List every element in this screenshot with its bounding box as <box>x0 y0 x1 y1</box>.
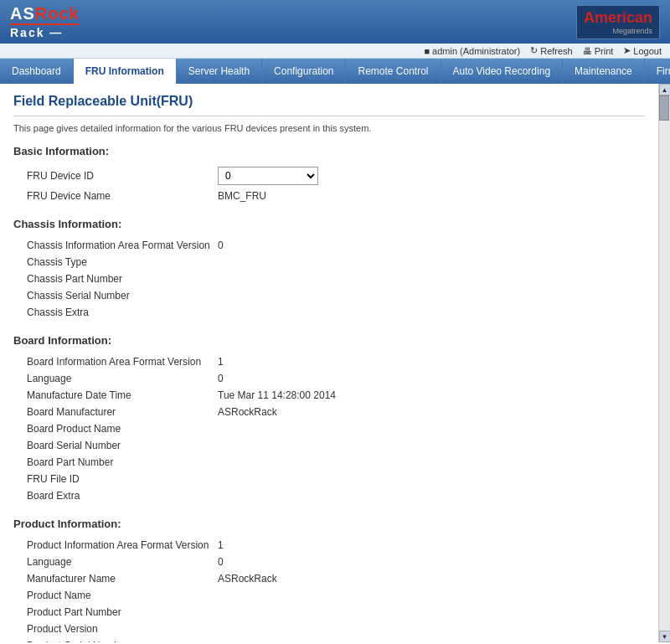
chassis-info-section: Chassis Information: Chassis Information… <box>13 218 645 321</box>
table-row: Board Product Name <box>13 420 645 437</box>
product-info-section: Product Information: Product Information… <box>13 518 645 642</box>
chassis-format-version-label: Chassis Information Area Format Version <box>13 237 214 254</box>
table-row: Chassis Type <box>13 254 645 270</box>
username: admin <box>432 46 457 56</box>
page-title: Field Replaceable Unit(FRU) <box>13 94 645 116</box>
product-language-label: Language <box>13 554 214 570</box>
chassis-info-title: Chassis Information: <box>13 218 645 230</box>
print-icon: 🖶 <box>583 46 592 56</box>
chassis-type-value <box>214 254 645 270</box>
table-row: Product Part Number <box>13 604 645 621</box>
refresh-button[interactable]: ↻ Refresh <box>530 45 573 56</box>
table-row: Product Information Area Format Version … <box>13 537 645 554</box>
chassis-type-label: Chassis Type <box>13 254 214 270</box>
refresh-icon: ↻ <box>530 45 538 56</box>
nav-remote-control[interactable]: Remote Control <box>346 59 441 84</box>
scrollbar[interactable]: ▲ ▼ <box>658 84 670 642</box>
nav-configuration[interactable]: Configuration <box>262 59 346 84</box>
product-language-value: 0 <box>214 554 645 570</box>
page-description: This page gives detailed information for… <box>13 123 645 133</box>
scroll-up-arrow[interactable]: ▲ <box>659 84 671 95</box>
nav-auto-video-recording[interactable]: Auto Video Recording <box>441 59 564 84</box>
table-row: Board Part Number <box>13 454 645 471</box>
logout-icon: ➤ <box>623 45 631 56</box>
table-row: Chassis Part Number <box>13 270 645 287</box>
print-button[interactable]: 🖶 Print <box>583 46 614 56</box>
logout-button[interactable]: ➤ Logout <box>623 45 662 56</box>
table-row: Board Extra <box>13 487 645 504</box>
board-format-version-value: 1 <box>214 353 645 370</box>
table-row: Product Version <box>13 621 645 637</box>
board-manufacturer-label: Board Manufacturer <box>13 404 214 420</box>
topbar: ■ admin (Administrator) ↻ Refresh 🖶 Prin… <box>0 44 670 59</box>
chassis-part-number-label: Chassis Part Number <box>13 270 214 287</box>
scroll-track[interactable] <box>659 95 670 631</box>
fru-device-name-value: BMC_FRU <box>214 188 645 204</box>
nav-server-health[interactable]: Server Health <box>177 59 262 84</box>
product-format-version-value: 1 <box>214 537 645 554</box>
header: ASRock Rack — American Megatrends <box>0 0 670 44</box>
nav-firmware-update[interactable]: Firmware Update <box>645 59 670 84</box>
table-row: Language 0 <box>13 370 645 387</box>
product-info-table: Product Information Area Format Version … <box>13 537 645 642</box>
product-serial-number-value <box>214 637 645 642</box>
chassis-part-number-value <box>214 270 645 287</box>
board-serial-number-value <box>214 437 645 454</box>
board-info-table: Board Information Area Format Version 1 … <box>13 353 645 504</box>
nav-dashboard[interactable]: Dashboard <box>0 59 74 84</box>
nav-maintenance[interactable]: Maintenance <box>563 59 645 84</box>
board-info-section: Board Information: Board Information Are… <box>13 334 645 504</box>
board-info-title: Board Information: <box>13 334 645 347</box>
basic-info-title: Basic Information: <box>13 145 645 157</box>
board-part-number-value <box>214 454 645 471</box>
board-product-name-value <box>214 420 645 437</box>
chassis-format-version-value: 0 <box>214 237 645 254</box>
table-row: Board Manufacturer ASRockRack <box>13 404 645 420</box>
basic-info-section: Basic Information: FRU Device ID 0 FRU D… <box>13 145 645 204</box>
chassis-info-table: Chassis Information Area Format Version … <box>13 237 645 321</box>
table-row: Board Serial Number <box>13 437 645 454</box>
manufacturer-name-label: Manufacturer Name <box>13 570 214 587</box>
table-row: FRU File ID <box>13 471 645 487</box>
asrock-logo: ASRock Rack — <box>10 5 80 39</box>
user-info: ■ admin (Administrator) <box>424 46 520 56</box>
table-row: Product Name <box>13 587 645 604</box>
table-row: Chassis Information Area Format Version … <box>13 237 645 254</box>
board-serial-number-label: Board Serial Number <box>13 437 214 454</box>
scroll-down-arrow[interactable]: ▼ <box>659 631 671 642</box>
fru-device-id-row: FRU Device ID 0 <box>13 164 645 188</box>
table-row: Board Information Area Format Version 1 <box>13 353 645 370</box>
product-info-title: Product Information: <box>13 518 645 530</box>
basic-info-table: FRU Device ID 0 FRU Device Name BMC_FRU <box>13 164 645 204</box>
main-wrapper: Field Replaceable Unit(FRU) This page gi… <box>0 84 670 642</box>
manufacturer-name-value: ASRockRack <box>214 570 645 587</box>
board-language-label: Language <box>13 370 214 387</box>
board-manufacture-date-label: Manufacture Date Time <box>13 387 214 404</box>
table-row: Product Serial Number <box>13 637 645 642</box>
chassis-serial-number-label: Chassis Serial Number <box>13 287 214 304</box>
product-name-label: Product Name <box>13 587 214 604</box>
user-role: (Administrator) <box>460 46 520 56</box>
fru-device-name-row: FRU Device Name BMC_FRU <box>13 188 645 204</box>
fru-device-id-select[interactable]: 0 <box>218 167 318 185</box>
product-name-value <box>214 587 645 604</box>
board-manufacture-date-value: Tue Mar 11 14:28:00 2014 <box>214 387 645 404</box>
ami-logo: American Megatrends <box>576 5 660 39</box>
product-version-value <box>214 621 645 637</box>
board-part-number-label: Board Part Number <box>13 454 214 471</box>
fru-device-id-label: FRU Device ID <box>13 164 214 188</box>
scroll-thumb[interactable] <box>659 95 669 121</box>
nav-fru-information[interactable]: FRU Information <box>74 59 177 84</box>
product-version-label: Product Version <box>13 621 214 637</box>
fru-file-id-value <box>214 471 645 487</box>
chassis-extra-label: Chassis Extra <box>13 304 214 321</box>
table-row: Chassis Extra <box>13 304 645 321</box>
board-manufacturer-value: ASRockRack <box>214 404 645 420</box>
chassis-extra-value <box>214 304 645 321</box>
table-row: Manufacture Date Time Tue Mar 11 14:28:0… <box>13 387 645 404</box>
product-part-number-value <box>214 604 645 621</box>
chassis-serial-number-value <box>214 287 645 304</box>
fru-device-id-cell: 0 <box>214 164 645 188</box>
fru-device-name-label: FRU Device Name <box>13 188 214 204</box>
content-area: Field Replaceable Unit(FRU) This page gi… <box>0 84 658 642</box>
